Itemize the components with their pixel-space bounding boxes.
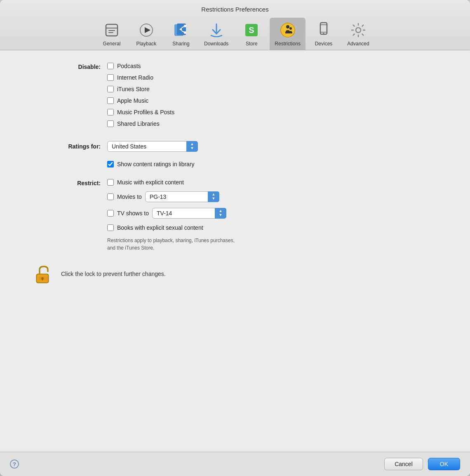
- tab-playback[interactable]: Playback: [130, 18, 163, 50]
- tab-devices[interactable]: Devices: [307, 18, 340, 50]
- title-bar: Restrictions Preferences General: [0, 0, 470, 50]
- advanced-icon: [349, 21, 367, 39]
- spacer-1: [0, 133, 470, 141]
- ratings-section: Ratings for: United States Canada United…: [0, 141, 470, 152]
- checkbox-shared-libraries-label[interactable]: Shared Libraries: [117, 120, 160, 127]
- restrict-row-tv-shows: TV shows to TV-Y TV-Y7 TV-G TV-PG TV-14 …: [107, 208, 437, 219]
- tab-sharing-label: Sharing: [172, 41, 189, 47]
- lock-text: Click the lock to prevent further change…: [61, 271, 166, 277]
- ok-button[interactable]: OK: [428, 458, 460, 470]
- checkbox-music-profiles[interactable]: [107, 109, 114, 115]
- checkbox-apple-music-label[interactable]: Apple Music: [117, 97, 148, 104]
- checkbox-row-itunes-store: iTunes Store: [107, 86, 437, 92]
- tab-downloads-label: Downloads: [204, 41, 228, 47]
- restrictions-info-text: Restrictions apply to playback, sharing,…: [107, 237, 313, 252]
- checkbox-music-profiles-label[interactable]: Music Profiles & Posts: [117, 109, 174, 115]
- general-icon: [103, 21, 121, 39]
- restrict-row-explicit-music: Music with explicit content: [107, 179, 437, 186]
- checkbox-itunes-store[interactable]: [107, 86, 114, 92]
- ratings-label: Ratings for:: [33, 143, 107, 150]
- lock-icon: [33, 263, 54, 285]
- disable-section: Disable: Podcasts Internet Radio iTunes …: [0, 63, 470, 127]
- playback-icon: [137, 21, 155, 39]
- tab-store[interactable]: S Store: [235, 18, 268, 50]
- preferences-window: Restrictions Preferences General: [0, 0, 470, 476]
- checkbox-apple-music[interactable]: [107, 97, 114, 104]
- tab-playback-label: Playback: [136, 41, 157, 47]
- disable-checkboxes: Podcasts Internet Radio iTunes Store App…: [107, 63, 437, 127]
- svg-text:S: S: [249, 26, 254, 35]
- checkbox-show-ratings[interactable]: [107, 161, 114, 167]
- tab-general-label: General: [103, 41, 121, 47]
- devices-icon: [315, 21, 333, 39]
- downloads-icon: [207, 21, 226, 39]
- disable-label: Disable:: [33, 63, 107, 127]
- restrictions-icon: [279, 21, 297, 39]
- lock-section[interactable]: Click the lock to prevent further change…: [0, 255, 470, 293]
- toolbar: General Playback: [0, 18, 470, 50]
- checkbox-row-shared-libraries: Shared Libraries: [107, 120, 437, 127]
- svg-point-17: [289, 27, 292, 30]
- checkbox-internet-radio-label[interactable]: Internet Radio: [117, 74, 153, 81]
- svg-marker-5: [145, 27, 150, 33]
- checkbox-row-music-profiles: Music Profiles & Posts: [107, 109, 437, 115]
- checkbox-podcasts[interactable]: [107, 63, 114, 69]
- tab-restrictions-label: Restrictions: [275, 41, 301, 47]
- tab-advanced-label: Advanced: [347, 41, 369, 47]
- tab-devices-label: Devices: [315, 41, 333, 47]
- explicit-music-label[interactable]: Music with explicit content: [117, 179, 184, 186]
- checkbox-row-internet-radio: Internet Radio: [107, 74, 437, 81]
- svg-point-11: [184, 31, 186, 34]
- checkbox-tv-shows[interactable]: [107, 210, 114, 217]
- checkbox-internet-radio[interactable]: [107, 74, 114, 81]
- spacer-2: [0, 171, 470, 179]
- sharing-icon: [172, 21, 190, 39]
- svg-rect-29: [42, 279, 43, 280]
- restrict-row-movies: Movies to G PG PG-13 R NC-17 ▲ ▼: [107, 191, 437, 202]
- restrict-content: Music with explicit content Movies to G …: [107, 179, 437, 252]
- ratings-select[interactable]: United States Canada United Kingdom Aust…: [107, 141, 198, 152]
- ratings-select-wrapper: United States Canada United Kingdom Aust…: [107, 141, 198, 152]
- tab-downloads[interactable]: Downloads: [199, 18, 233, 50]
- svg-point-22: [356, 28, 361, 33]
- show-ratings-row: Show content ratings in library: [0, 158, 470, 171]
- tv-shows-select-wrapper: TV-Y TV-Y7 TV-G TV-PG TV-14 TV-MA ▲ ▼: [152, 208, 226, 219]
- checkbox-itunes-store-label[interactable]: iTunes Store: [117, 86, 150, 92]
- tab-store-label: Store: [246, 41, 258, 47]
- restrict-row-explicit-books: Books with explicit sexual content: [107, 224, 437, 231]
- restrict-section: Restrict: Music with explicit content Mo…: [0, 179, 470, 252]
- svg-point-10: [184, 25, 186, 27]
- checkbox-row-podcasts: Podcasts: [107, 63, 437, 69]
- bottom-bar: ? Cancel OK: [0, 452, 470, 476]
- checkbox-movies[interactable]: [107, 193, 114, 200]
- tv-shows-select[interactable]: TV-Y TV-Y7 TV-G TV-PG TV-14 TV-MA: [152, 208, 226, 219]
- cancel-button[interactable]: Cancel: [384, 458, 423, 470]
- tab-advanced[interactable]: Advanced: [342, 18, 375, 50]
- checkbox-podcasts-label[interactable]: Podcasts: [117, 63, 141, 69]
- svg-point-21: [323, 33, 324, 34]
- main-content: Disable: Podcasts Internet Radio iTunes …: [0, 50, 470, 452]
- movies-label[interactable]: Movies to: [117, 193, 142, 200]
- checkbox-explicit-books[interactable]: [107, 224, 114, 231]
- restrict-label: Restrict:: [33, 179, 107, 252]
- svg-rect-18: [320, 23, 327, 34]
- checkbox-row-apple-music: Apple Music: [107, 97, 437, 104]
- tv-shows-label[interactable]: TV shows to: [117, 210, 149, 217]
- svg-point-16: [286, 25, 289, 28]
- tab-restrictions[interactable]: Restrictions: [270, 18, 306, 50]
- checkbox-explicit-music[interactable]: [107, 179, 114, 186]
- movies-select[interactable]: G PG PG-13 R NC-17: [145, 191, 219, 202]
- explicit-books-label[interactable]: Books with explicit sexual content: [117, 224, 203, 231]
- movies-select-wrapper: G PG PG-13 R NC-17 ▲ ▼: [145, 191, 219, 202]
- checkbox-shared-libraries[interactable]: [107, 120, 114, 127]
- tab-sharing[interactable]: Sharing: [164, 18, 197, 50]
- help-button[interactable]: ?: [10, 460, 19, 469]
- tab-general[interactable]: General: [95, 18, 128, 50]
- bottom-buttons: Cancel OK: [384, 458, 460, 470]
- svg-rect-2: [108, 30, 115, 31]
- store-icon: S: [242, 21, 261, 39]
- window-title: Restrictions Preferences: [0, 6, 470, 13]
- svg-rect-3: [108, 32, 113, 33]
- show-ratings-label[interactable]: Show content ratings in library: [117, 161, 195, 167]
